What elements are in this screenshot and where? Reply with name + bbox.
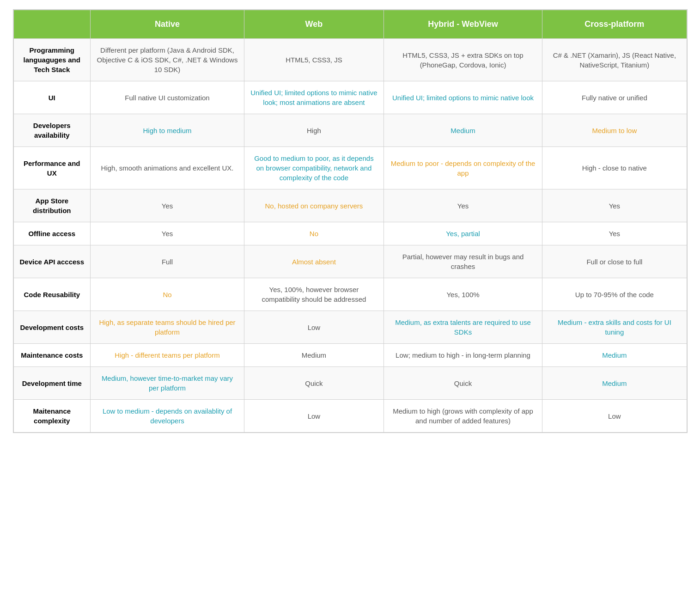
cell-web: Yes, 100%, however browser compatibility… (244, 278, 384, 311)
cell-native: Low to medium - depends on availablity o… (91, 400, 244, 433)
table-row: Maitenance complexityLow to medium - dep… (13, 400, 687, 433)
cell-cross: Medium (542, 344, 687, 367)
cell-web: No, hosted on company servers (244, 189, 384, 222)
cell-cross: High - close to native (542, 147, 687, 189)
table-row: Offline accessYesNoYes, partialYes (13, 222, 687, 245)
cell-native: Different per platform (Java & Android S… (91, 39, 244, 81)
cell-hybrid: Yes, partial (383, 222, 542, 245)
cell-cross: Fully native or unified (542, 81, 687, 114)
cell-web: HTML5, CSS3, JS (244, 39, 384, 81)
row-label: Code Reusability (13, 278, 91, 311)
cell-native: No (91, 278, 244, 311)
cell-native: Yes (91, 189, 244, 222)
header-hybrid: Hybrid - WebView (383, 10, 542, 39)
cell-native: High - different teams per platform (91, 344, 244, 367)
cell-native: Full (91, 245, 244, 278)
cell-web: Low (244, 311, 384, 344)
cell-hybrid: Medium, as extra talents are required to… (383, 311, 542, 344)
cell-native: High, as separate teams should be hired … (91, 311, 244, 344)
table-row: Developers availabilityHigh to mediumHig… (13, 114, 687, 147)
row-label: Programming languaguges and Tech Stack (13, 39, 91, 81)
comparison-table: Native Web Hybrid - WebView Cross-platfo… (13, 9, 688, 433)
cell-web: No (244, 222, 384, 245)
cell-web: Almost absent (244, 245, 384, 278)
row-label: Maintenance costs (13, 344, 91, 367)
cell-cross: Medium (542, 367, 687, 400)
cell-hybrid: Partial, however may result in bugs and … (383, 245, 542, 278)
row-label: Performance and UX (13, 147, 91, 189)
header-cross: Cross-platform (542, 10, 687, 39)
row-label: Development costs (13, 311, 91, 344)
cell-native: Yes (91, 222, 244, 245)
row-label: Offline access (13, 222, 91, 245)
cell-cross: Up to 70-95% of the code (542, 278, 687, 311)
header-label (13, 10, 91, 39)
cell-native: High, smooth animations and excellent UX… (91, 147, 244, 189)
cell-cross: Low (542, 400, 687, 433)
cell-cross: Medium to low (542, 114, 687, 147)
cell-cross: Full or close to full (542, 245, 687, 278)
table-row: App Store distributionYesNo, hosted on c… (13, 189, 687, 222)
table-row: Programming languaguges and Tech StackDi… (13, 39, 687, 81)
cell-cross: Yes (542, 222, 687, 245)
cell-hybrid: Quick (383, 367, 542, 400)
table-row: UIFull native UI customizationUnified UI… (13, 81, 687, 114)
cell-hybrid: Medium (383, 114, 542, 147)
cell-cross: C# & .NET (Xamarin), JS (React Native, N… (542, 39, 687, 81)
cell-native: Full native UI customization (91, 81, 244, 114)
cell-web: High (244, 114, 384, 147)
table-row: Performance and UXHigh, smooth animation… (13, 147, 687, 189)
header-row: Native Web Hybrid - WebView Cross-platfo… (13, 10, 687, 39)
cell-web: Unified UI; limited options to mimic nat… (244, 81, 384, 114)
cell-cross: Yes (542, 189, 687, 222)
cell-hybrid: HTML5, CSS3, JS + extra SDKs on top (Pho… (383, 39, 542, 81)
cell-hybrid: Yes, 100% (383, 278, 542, 311)
row-label: Device API acccess (13, 245, 91, 278)
cell-web: Good to medium to poor, as it depends on… (244, 147, 384, 189)
table-row: Maintenance costsHigh - different teams … (13, 344, 687, 367)
header-web: Web (244, 10, 384, 39)
cell-hybrid: Medium to high (grows with complexity of… (383, 400, 542, 433)
table-row: Development costsHigh, as separate teams… (13, 311, 687, 344)
cell-web: Medium (244, 344, 384, 367)
row-label: Developers availability (13, 114, 91, 147)
cell-hybrid: Low; medium to high - in long-term plann… (383, 344, 542, 367)
cell-hybrid: Yes (383, 189, 542, 222)
table-row: Development timeMedium, however time-to-… (13, 367, 687, 400)
row-label: Development time (13, 367, 91, 400)
cell-cross: Medium - extra skills and costs for UI t… (542, 311, 687, 344)
cell-web: Low (244, 400, 384, 433)
table-row: Code ReusabilityNoYes, 100%, however bro… (13, 278, 687, 311)
cell-hybrid: Unified UI; limited options to mimic nat… (383, 81, 542, 114)
row-label: Maitenance complexity (13, 400, 91, 433)
cell-native: High to medium (91, 114, 244, 147)
cell-web: Quick (244, 367, 384, 400)
row-label: UI (13, 81, 91, 114)
table-row: Device API acccessFullAlmost absentParti… (13, 245, 687, 278)
row-label: App Store distribution (13, 189, 91, 222)
cell-native: Medium, however time-to-market may vary … (91, 367, 244, 400)
header-native: Native (91, 10, 244, 39)
cell-hybrid: Medium to poor - depends on complexity o… (383, 147, 542, 189)
